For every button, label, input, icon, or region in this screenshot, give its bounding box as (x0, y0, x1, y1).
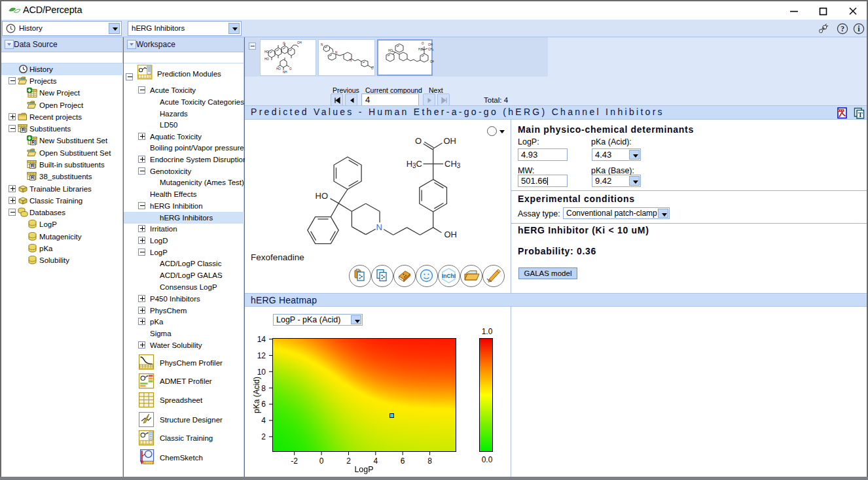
svg-text:O: O (415, 136, 422, 146)
svg-text:HO: HO (264, 50, 269, 54)
svg-text:HO: HO (264, 58, 269, 61)
svg-text:N: N (350, 59, 352, 62)
svg-text:OH: OH (444, 230, 458, 239)
svg-text:OH: OH (430, 60, 434, 63)
svg-text:O: O (422, 42, 424, 45)
svg-text:OH: OH (444, 136, 457, 146)
svg-text:CH₃: CH₃ (428, 48, 433, 51)
svg-text:H3C: H3C (407, 159, 422, 169)
svg-text:N: N (321, 43, 323, 46)
svg-text:HO: HO (388, 49, 393, 52)
svg-text:InChI: InChI (441, 273, 455, 279)
svg-text:OH: OH (297, 41, 302, 44)
svg-text:O: O (289, 67, 292, 71)
svg-text:O: O (371, 67, 374, 70)
svg-text:T: T (858, 111, 863, 118)
svg-text:?: ? (841, 25, 844, 33)
svg-text:CH3: CH3 (444, 159, 461, 169)
svg-text:N: N (335, 51, 337, 54)
svg-text:N: N (376, 222, 382, 232)
svg-text:NH: NH (283, 71, 287, 74)
svg-text:i: i (858, 24, 860, 33)
svg-text:H₃C: H₃C (418, 48, 424, 51)
svg-text:HO: HO (276, 67, 281, 71)
svg-text:OH: OH (428, 43, 433, 46)
svg-text:HO: HO (316, 191, 329, 201)
svg-text:O: O (283, 42, 285, 45)
